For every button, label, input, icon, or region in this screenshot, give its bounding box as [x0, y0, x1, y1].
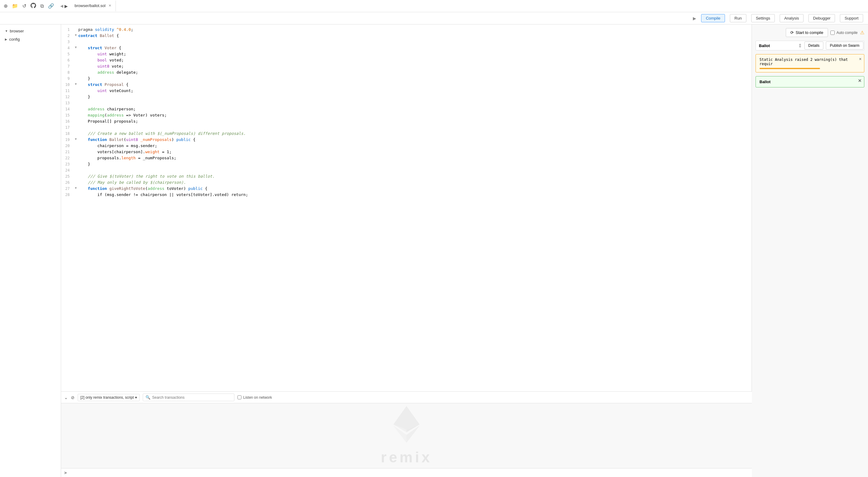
sidebar-item-config[interactable]: ▶ config: [0, 35, 61, 43]
run-tab[interactable]: Run: [730, 14, 746, 22]
bottom-input-row: >: [61, 468, 752, 477]
code-line-19: 19 ▼ function Ballot(uint8 _numProposals…: [61, 137, 751, 143]
start-compile-button[interactable]: ⟳ Start to compile: [786, 28, 828, 37]
code-line-24: 24: [61, 168, 751, 174]
chevron-down-icon: ▼: [5, 29, 8, 33]
auto-compile-toggle[interactable]: Auto compile: [830, 31, 858, 35]
sidebar-item-browser[interactable]: ▼ browser: [0, 27, 61, 35]
nav-arrows: ◀ ▶: [58, 4, 70, 8]
code-line-14: 14 address chairperson;: [61, 107, 751, 113]
contract-select-arrow: ⇕: [798, 43, 802, 49]
bottom-panel: ⌄ ⊘ [2] only remix transactions, script …: [61, 391, 752, 477]
search-transactions-field[interactable]: 🔍: [143, 393, 235, 401]
warning-banner-text: Static Analysis raised 2 warning(s) that…: [760, 58, 848, 66]
tx-filter-label: [2] only remix transactions, script: [81, 395, 134, 400]
code-line-3: 3: [61, 39, 751, 45]
refresh-icon: ⟳: [790, 30, 794, 35]
listen-network-checkbox[interactable]: [238, 395, 242, 399]
analysis-tab[interactable]: Analysis: [780, 14, 804, 22]
link-icon[interactable]: 🔗: [48, 3, 54, 9]
listen-network-label: Listen on network: [243, 395, 272, 400]
compiled-close-button[interactable]: ✕: [858, 78, 862, 83]
collapse-icon[interactable]: ⌄: [64, 395, 68, 400]
plus-icon[interactable]: ⊕: [4, 3, 8, 9]
back-arrow[interactable]: ◀: [60, 4, 63, 8]
bottom-content: remix: [61, 403, 752, 468]
warning-banner: Static Analysis raised 2 warning(s) that…: [755, 54, 864, 72]
ethereum-watermark: remix: [381, 406, 432, 466]
panel-header: ⟳ Start to compile Auto compile ⚠: [755, 28, 864, 37]
code-line-10: 10 ▼ struct Proposal {: [61, 82, 751, 88]
app-body: ▼ browser ▶ config 1 pragma solidity ^0.…: [0, 25, 868, 477]
warning-close-button[interactable]: ✕: [859, 56, 862, 61]
details-button[interactable]: Details: [804, 41, 824, 50]
code-line-18: 18 /// Create a new ballot with $(_numPr…: [61, 131, 751, 137]
code-line-5: 5 uint weight;: [61, 51, 751, 58]
code-line-17: 17: [61, 125, 751, 131]
compile-btn-label: Start to compile: [796, 30, 823, 35]
publish-on-swarm-button[interactable]: Publish on Swarm: [826, 41, 863, 50]
ethereum-logo: [391, 406, 422, 443]
settings-tab[interactable]: Settings: [751, 14, 775, 22]
auto-compile-checkbox[interactable]: [830, 31, 835, 35]
auto-compile-label: Auto compile: [837, 31, 858, 35]
tx-filter-dropdown[interactable]: [2] only remix transactions, script ▾: [78, 394, 140, 401]
code-line-21: 21 voters[chairperson].weight = 1;: [61, 149, 751, 155]
copy-icon[interactable]: ⧉: [40, 3, 44, 9]
code-editor[interactable]: 1 pragma solidity ^0.4.0; 2 ▼ contract B…: [61, 25, 752, 391]
listen-network-toggle[interactable]: Listen on network: [238, 395, 272, 400]
code-line-26: 26 /// May only be called by $(chairpers…: [61, 180, 751, 186]
code-line-1: 1 pragma solidity ^0.4.0;: [61, 27, 751, 33]
forward-arrow[interactable]: ▶: [64, 4, 68, 8]
console-input[interactable]: [69, 471, 749, 475]
chevron-right-icon: ▶: [5, 38, 7, 41]
code-line-11: 11 uint voteCount;: [61, 88, 751, 94]
search-icon: 🔍: [146, 395, 150, 400]
main-content: 1 pragma solidity ^0.4.0; 2 ▼ contract B…: [61, 25, 868, 477]
search-transactions-input[interactable]: [152, 395, 232, 400]
remix-watermark-text: remix: [381, 449, 432, 466]
code-line-23: 23 }: [61, 161, 751, 168]
bottom-toolbar: ⌄ ⊘ [2] only remix transactions, script …: [61, 392, 752, 403]
folder-icon[interactable]: 📁: [12, 3, 18, 9]
contract-selector-row: Ballot ⇕ Details Publish on Swarm: [755, 41, 864, 51]
warning-icon: ⚠: [860, 30, 864, 35]
right-panel: ⟳ Start to compile Auto compile ⚠ Ballot…: [752, 25, 868, 477]
tab-label: browser/ballot.sol: [74, 3, 105, 8]
code-line-25: 25 /// Give $(toVoter) the right to vote…: [61, 174, 751, 180]
support-tab[interactable]: Support: [840, 14, 863, 22]
code-line-22: 22 proposals.length = _numProposals;: [61, 155, 751, 161]
main-toolbar: ▶ Compile Run Settings Analysis Debugger…: [0, 12, 868, 25]
tx-filter-arrow: ▾: [135, 395, 137, 400]
compile-tab[interactable]: Compile: [701, 14, 725, 22]
refresh-icon[interactable]: ↺: [22, 3, 26, 9]
compiled-contract-name: Ballot: [760, 80, 771, 84]
code-line-20: 20 chairperson = msg.sender;: [61, 143, 751, 149]
sidebar-label-config: config: [9, 37, 20, 41]
tab-close-icon[interactable]: ✕: [108, 4, 111, 8]
tab-ballot-sol[interactable]: browser/ballot.sol ✕: [70, 1, 116, 11]
code-line-2: 2 ▼ contract Ballot {: [61, 33, 751, 39]
code-line-16: 16 Proposal[] proposals;: [61, 119, 751, 125]
nav-icons: ⊕ 📁 ↺ ⧉ 🔗: [4, 3, 54, 9]
code-line-27: 27 ▼ function giveRightToVote(address to…: [61, 186, 751, 192]
contract-select-dropdown[interactable]: Ballot: [756, 42, 796, 50]
compiled-contract-badge: Ballot ✕: [755, 76, 864, 87]
github-icon[interactable]: [31, 3, 36, 9]
clear-icon[interactable]: ⊘: [71, 395, 74, 400]
warning-progress-bar: [760, 68, 820, 69]
code-line-6: 6 bool voted;: [61, 58, 751, 64]
code-line-12: 12 }: [61, 94, 751, 100]
code-line-13: 13: [61, 100, 751, 107]
code-line-7: 7 uint8 vote;: [61, 64, 751, 70]
code-area[interactable]: 1 pragma solidity ^0.4.0; 2 ▼ contract B…: [61, 25, 751, 391]
code-line-8: 8 address delegate;: [61, 70, 751, 76]
code-line-4: 4 ▼ struct Voter {: [61, 45, 751, 51]
toolbar-arrow-icon: ▶: [693, 16, 696, 21]
sidebar-label-browser: browser: [10, 29, 24, 33]
top-navbar: ⊕ 📁 ↺ ⧉ 🔗 ◀ ▶ browser/ballot.sol ✕: [0, 0, 868, 12]
code-line-28: 28 if (msg.sender != chairperson || vote…: [61, 192, 751, 198]
code-line-15: 15 mapping(address => Voter) voters;: [61, 113, 751, 119]
sidebar: ▼ browser ▶ config: [0, 25, 61, 477]
debugger-tab[interactable]: Debugger: [808, 14, 835, 22]
